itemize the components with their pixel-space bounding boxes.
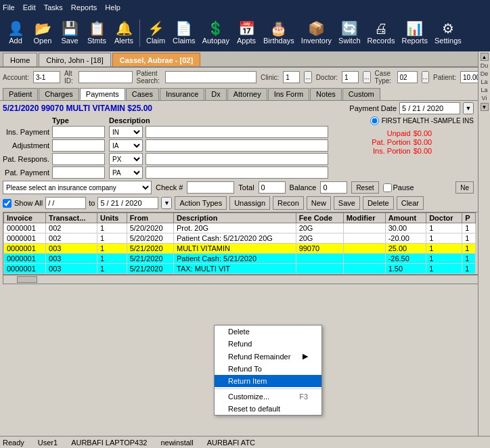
appts-button[interactable]: 📅 Appts <box>233 16 259 50</box>
patient-search-label: Patient Search: <box>137 70 162 85</box>
reset-button[interactable]: Reset <box>351 181 378 194</box>
tab-ins-form[interactable]: Ins Form <box>268 88 309 100</box>
show-all-checkbox[interactable] <box>3 199 12 208</box>
menu-help[interactable]: Help <box>105 3 120 12</box>
switch-button[interactable]: 🔄 Switch <box>336 16 363 50</box>
claims-button[interactable]: 📄 Claims <box>170 16 198 50</box>
adjustment-input[interactable] <box>52 139 105 152</box>
unpaid-label: Unpaid <box>370 129 411 137</box>
insurance-company-select[interactable]: Please select an insurance company <box>3 181 152 194</box>
ctx-refund-remainder[interactable]: Refund Remainder ▶ <box>215 350 321 363</box>
ins-payment-desc-input[interactable] <box>146 126 328 138</box>
doctor-browse-button[interactable]: ... <box>363 71 371 83</box>
horizontal-scrollbar[interactable] <box>3 275 487 284</box>
tab-patient[interactable]: Patient <box>3 88 38 100</box>
check-input[interactable] <box>187 181 234 194</box>
tab-cases[interactable]: Cases <box>126 88 159 100</box>
col-modifier: Modifier <box>343 213 385 223</box>
sidebar-arrow-down[interactable]: ▼ <box>481 103 489 111</box>
menu-file[interactable]: File <box>3 3 15 12</box>
open-button[interactable]: 📂 Open <box>30 16 55 50</box>
ctx-delete[interactable]: Delete <box>215 326 321 338</box>
alt-id-input[interactable] <box>79 71 133 83</box>
settings-button[interactable]: ⚙ Settings <box>432 16 464 50</box>
menu-reports[interactable]: Reports <box>71 3 97 12</box>
table-row[interactable]: 000000100215/20/2020Patient Cash: 5/21/2… <box>4 233 476 244</box>
birthdays-button[interactable]: 🎂 Birthdays <box>261 16 297 50</box>
unassign-button[interactable]: Unassign <box>229 196 270 210</box>
table-row[interactable]: 000000100315/21/2020TAX: MULTI VIT1.5011 <box>4 264 476 274</box>
table-row[interactable]: 000000100315/21/2020MULTI VITAMIN9907025… <box>4 244 476 254</box>
pat-portion-value: $0.00 <box>414 138 432 146</box>
ins-payment-type-select[interactable]: IN <box>109 126 143 138</box>
tab-notes[interactable]: Notes <box>310 88 342 100</box>
save-button[interactable]: 💾 Save <box>57 16 83 50</box>
menu-edit[interactable]: Edit <box>23 3 36 12</box>
tab-custom[interactable]: Custom <box>342 88 380 100</box>
date-from-input[interactable] <box>45 197 86 209</box>
tab-payments[interactable]: Payments <box>80 88 125 100</box>
pat-respons-desc-input[interactable] <box>146 153 328 165</box>
menu-tasks[interactable]: Tasks <box>44 3 63 12</box>
clinic-browse-button[interactable]: ... <box>304 71 312 83</box>
pause-checkbox[interactable] <box>383 183 392 192</box>
adjustment-desc-input[interactable] <box>146 139 328 152</box>
payment-date-input[interactable] <box>399 102 460 114</box>
patient-search-input[interactable] <box>165 71 257 83</box>
tab-chiro[interactable]: Chiro, John - [18] <box>39 53 110 66</box>
ctx-refund-to[interactable]: Refund To <box>215 363 321 375</box>
inventory-label: Inventory <box>301 37 332 45</box>
ctx-reset-default[interactable]: Reset to default <box>215 403 321 415</box>
ins-payment-input[interactable] <box>52 126 105 138</box>
stmts-button[interactable]: 📋 Stmts <box>84 16 110 50</box>
inventory-button[interactable]: 📦 Inventory <box>298 16 334 50</box>
autopay-button[interactable]: 💲 Autopay <box>200 16 232 50</box>
context-menu: Delete Refund Refund Remainder ▶ Refund … <box>214 325 322 416</box>
date-to-dropdown[interactable]: ▼ <box>161 197 172 209</box>
date-to-input[interactable] <box>97 197 158 209</box>
ctx-refund[interactable]: Refund <box>215 338 321 350</box>
delete-button[interactable]: Delete <box>363 196 394 210</box>
pat-respons-input[interactable] <box>52 153 105 165</box>
alerts-button[interactable]: 🔔 Alerts <box>111 16 137 50</box>
action-types-button[interactable]: Action Types <box>175 196 227 210</box>
ins-company-radio[interactable] <box>370 116 379 125</box>
total-input[interactable] <box>259 181 286 194</box>
save-action-button[interactable]: Save <box>334 196 360 210</box>
case-type-browse-button[interactable]: ... <box>422 71 430 83</box>
pat-payment-desc-input[interactable] <box>146 166 328 179</box>
pat-payment-input[interactable] <box>52 166 105 179</box>
reports-button[interactable]: 📊 Reports <box>399 16 430 50</box>
clinic-input[interactable] <box>283 71 300 83</box>
table-row[interactable]: 000000100215/20/2020Prot. 20G20G30.0011 <box>4 223 476 233</box>
add-button[interactable]: 👤 Add <box>3 16 28 50</box>
account-input[interactable] <box>33 71 60 83</box>
ctx-return-item[interactable]: Return Item <box>215 375 321 387</box>
tab-home[interactable]: Home <box>3 53 37 66</box>
recon-button[interactable]: Recon <box>273 196 304 210</box>
ctx-customize[interactable]: Customize... F3 <box>215 390 321 403</box>
birthdays-icon: 🎂 <box>270 22 287 35</box>
tab-cassel[interactable]: Cassel, Aubrae - [02] <box>112 53 200 66</box>
ctx-separator <box>215 388 321 389</box>
pat-payment-type-select[interactable]: PA <box>109 166 143 179</box>
tab-insurance[interactable]: Insurance <box>160 88 204 100</box>
sidebar-arrow-up[interactable]: ▲ <box>481 53 489 61</box>
next-button[interactable]: Ne <box>455 181 474 194</box>
doctor-input[interactable] <box>342 71 359 83</box>
tab-attorney[interactable]: Attorney <box>227 88 267 100</box>
pat-respons-type-select[interactable]: PX <box>109 153 143 165</box>
tab-dx[interactable]: Dx <box>205 88 226 100</box>
adjustment-type-select[interactable]: IA <box>109 139 143 152</box>
payment-date-dropdown[interactable]: ▼ <box>463 102 474 114</box>
claim-button[interactable]: ⚡ Claim <box>143 16 169 50</box>
scroll-thumb[interactable] <box>17 276 37 283</box>
table-row[interactable]: 000000100315/21/2020Patient Cash: 5/21/2… <box>4 254 476 264</box>
status-ready: Ready <box>3 439 24 447</box>
records-button[interactable]: 🖨 Records <box>365 16 398 50</box>
balance-input[interactable] <box>320 181 347 194</box>
new-button[interactable]: New <box>307 196 331 210</box>
tab-charges[interactable]: Charges <box>39 88 79 100</box>
clear-button[interactable]: Clear <box>397 196 424 210</box>
case-type-input[interactable] <box>397 71 418 83</box>
